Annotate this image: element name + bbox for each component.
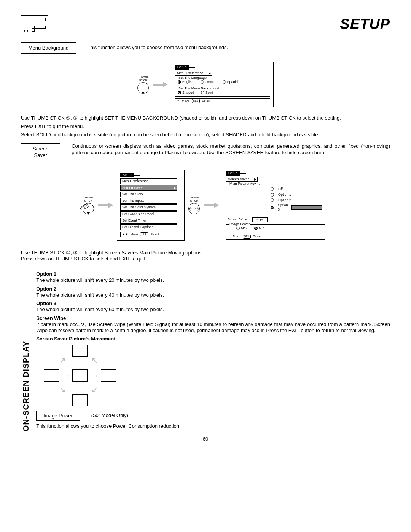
movement-diagram: ↗ ↗ → → ↗ ↗ [40,345,120,409]
menu-background-label: "Menu Background" [21,42,76,54]
menu-background-desc: This function allows you to choose from … [88,42,228,51]
option2-title: Option 2 [36,286,56,292]
arrow-icon [153,82,168,87]
osd-menu-preference: Setup Menu Preference▶ Set The Language … [172,62,274,107]
image-power-heading: Image Power (50" Model Only) [36,411,390,421]
movement-title: Screen Saver Picture's Movement [36,336,115,342]
option1-title: Option 1 [36,271,56,277]
screen-saver-desc: Continuous on-screen displays such as vi… [72,143,390,156]
select-thumbstick: THUMB STICK SELECT [188,196,200,215]
page-header: SETUP [21,15,390,34]
page-title: SETUP [340,15,390,34]
ss-step1: Use THUMB STICK ①, ② to highlight Screen… [21,250,390,256]
thumbstick-icon: THUMB STICK [137,75,149,94]
option1-body: The whole picture will shift every 20 mi… [36,277,164,283]
menu-background-illustration: THUMB STICK Setup Menu Preference▶ Set T… [21,58,390,111]
menu-background-heading: "Menu Background" This function allows y… [21,42,390,54]
option2-body: The whole picture will shift every 40 mi… [36,292,164,298]
page-number: 60 [21,436,390,442]
arrow-icon [204,203,219,208]
image-power-label: Image Power [36,411,80,421]
menu-bg-step3: Select SOLID and background is visible (… [21,132,390,138]
option3-title: Option 3 [36,300,56,306]
osd-setup-list: Setup Menu Preference Screen Saver▶ Set … [117,170,185,241]
menu-bg-step2: Press EXIT to quit the menu. [21,123,390,129]
image-power-desc: This function allows you to choose Power… [36,423,390,429]
screen-wipe-title: Screen Wipe [36,315,66,321]
screen-saver-illustration: THUMB STICK MENU Setup Menu Preference S… [21,164,390,247]
arrow-icon [98,203,113,208]
option3-body: The whole picture will shift every 60 mi… [36,307,164,312]
screen-saver-heading: Screen Saver Continuous on-screen displa… [21,143,390,161]
menu-bg-step1: Use THUMB STICK ④, ③ to highlight SET TH… [21,115,390,121]
ss-step2: Press down on THUMB STICK to select and … [21,256,390,262]
device-icon [21,15,48,33]
menu-button-thumbstick: THUMB STICK MENU [83,196,94,215]
sidebar-on-screen-display: ON-SCREEN DISPLAY [21,269,31,431]
header-rule [21,35,390,35]
image-power-note: (50" Model Only) [91,411,128,419]
screen-wipe-body: If pattern mark occurs, use Screen Wipe … [36,321,390,334]
osd-screen-saver: Setup Screen Saver▶ Main Picture Moving … [223,168,328,243]
screen-saver-label: Screen Saver [21,143,60,161]
